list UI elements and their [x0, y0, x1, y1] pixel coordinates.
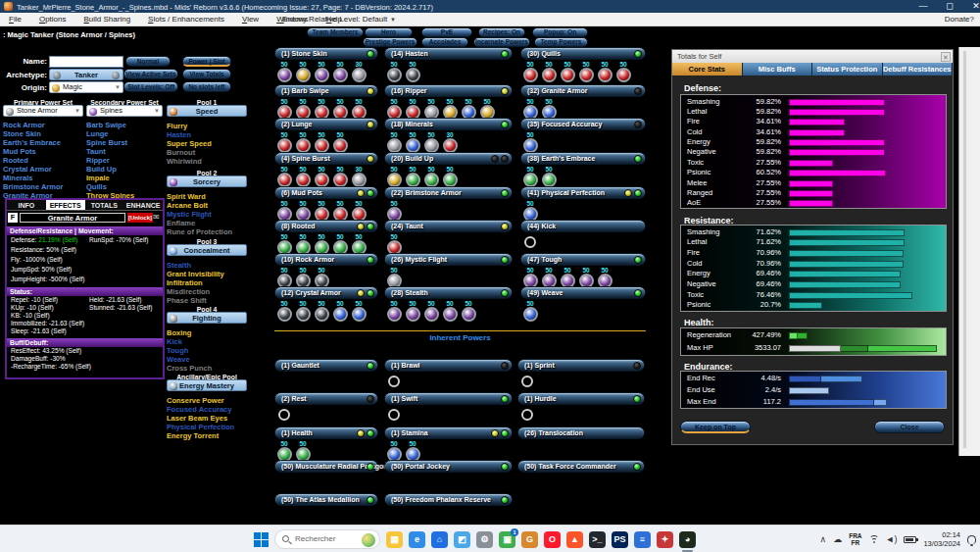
view-button-power-slot[interactable]: Power | Slot	[182, 56, 231, 67]
enhancement-slot[interactable]: 50	[522, 200, 538, 222]
pool-5-select[interactable]: Energy Mastery	[167, 379, 247, 391]
power-bar-gauntlet[interactable]: (1) Gauntlet	[274, 359, 378, 372]
pool-power-flurry[interactable]: Flurry	[167, 122, 187, 130]
pool-power-stealth[interactable]: Stealth	[167, 261, 191, 270]
enhancement-slot[interactable]	[519, 406, 535, 421]
store-icon[interactable]: ⌂	[431, 531, 448, 548]
game-icon[interactable]: ✦	[657, 531, 673, 548]
enhancement-slot[interactable]: 50	[295, 300, 311, 322]
power-bar-mud-pots[interactable]: (6) Mud Pots	[274, 186, 378, 199]
power-bar-spine-burst[interactable]: (4) Spine Burst	[274, 152, 378, 165]
tab-info[interactable]: INFO	[7, 200, 46, 210]
header-button-recipes-on[interactable]: Recipes: On	[478, 27, 525, 37]
keep-on-top-button[interactable]: Keep on Top	[680, 421, 751, 433]
secondary-set-select[interactable]: Spines▼	[86, 105, 163, 117]
enhancement-slot[interactable]: 50	[442, 300, 458, 322]
enhancement-slot[interactable]: 30	[351, 61, 367, 82]
power-bar-physical-perfection[interactable]: (41) Physical Perfection	[520, 186, 646, 199]
background-window-edge[interactable]	[958, 47, 980, 456]
enhancement-slot[interactable]: 50	[405, 166, 420, 187]
unlock-button[interactable]: [Unlock]	[127, 213, 153, 223]
totals-tab-status-protection[interactable]: Status Protection	[812, 63, 883, 75]
enhancement-slot[interactable]: 50	[522, 131, 538, 153]
power-bar-earth-s-embrace[interactable]: (38) Earth's Embrace	[520, 152, 646, 165]
power-bar-the-atlas-medallion[interactable]: (50) The Atlas Medallion	[274, 493, 378, 506]
enhancement-slot[interactable]: 50	[276, 200, 292, 222]
menu-item-file[interactable]: File	[0, 13, 30, 26]
pool-power-boxing[interactable]: Boxing	[167, 328, 191, 337]
volume-icon[interactable]: ◄)	[886, 534, 898, 544]
pool-power-super-speed[interactable]: Super Speed	[167, 139, 212, 148]
enhancement-slot[interactable]: 50	[442, 166, 458, 187]
enhancement-slot[interactable]: 50	[295, 166, 311, 187]
enhancement-slot[interactable]: 50	[461, 98, 476, 120]
enhancement-slot[interactable]: 50	[332, 200, 348, 222]
enhancement-slot[interactable]: 50	[522, 300, 538, 322]
secondary-power-build-up[interactable]: Build Up	[86, 165, 117, 174]
totals-titlebar[interactable]: Totals for Self	[672, 50, 953, 63]
enhancement-slot[interactable]: 50	[386, 300, 402, 322]
enhancement-slot[interactable]: 50	[332, 61, 348, 82]
tab-totals[interactable]: TOTALS	[85, 200, 124, 210]
enhancement-slot[interactable]: 50	[522, 61, 538, 82]
power-bar-hurdle[interactable]: (1) Hurdle	[517, 392, 645, 405]
pool-power-weave[interactable]: Weave	[167, 355, 190, 364]
enhancement-slot[interactable]: 50	[276, 166, 292, 187]
terminal-icon[interactable]: >_	[589, 531, 606, 548]
pool-2-select[interactable]: Sorcery	[167, 176, 247, 187]
pool-power-energy-torrent[interactable]: Energy Torrent	[167, 431, 219, 440]
enhancement-slot[interactable]	[386, 406, 402, 421]
enhancement-slot[interactable]: 50	[615, 61, 631, 82]
power-bar-barb-swipe[interactable]: (1) Barb Swipe	[274, 84, 378, 97]
power-bar-rooted[interactable]: (8) Rooted	[274, 220, 378, 232]
enhancement-slot[interactable]: 50	[332, 300, 348, 322]
pool-3-select[interactable]: Concealment	[167, 244, 247, 256]
view-button-view-totals[interactable]: View Totals	[182, 69, 231, 79]
battery-icon[interactable]	[904, 536, 916, 543]
power-bar-weave[interactable]: (49) Weave	[520, 286, 646, 299]
gimp-icon[interactable]: G	[521, 531, 538, 548]
enhancement-slot[interactable]	[386, 373, 402, 387]
enhancement-slot[interactable]: 50	[351, 200, 367, 222]
totals-close-bottom-button[interactable]: Close	[874, 421, 945, 433]
power-bar-stamina[interactable]: (1) Stamina	[384, 427, 513, 439]
pool-power-cross-punch[interactable]: Cross Punch	[167, 364, 212, 373]
power-bar-swift[interactable]: (1) Swift	[384, 392, 513, 405]
name-input[interactable]	[49, 56, 123, 68]
secondary-power-spine-burst[interactable]: Spine Burst	[86, 138, 127, 147]
enhancement-slot[interactable]: 50	[276, 61, 292, 82]
enhancement-slot[interactable]: 50	[351, 98, 367, 120]
power-bar-granite-armor[interactable]: (32) Granite Armor	[520, 84, 646, 97]
enhancement-slot[interactable]: 50	[423, 98, 439, 120]
power-bar-hasten[interactable]: (14) Hasten	[384, 47, 513, 60]
view-button-view-active-sets[interactable]: View Active Sets	[123, 69, 178, 79]
enhancement-slot[interactable]: 50	[541, 267, 557, 288]
power-bar-portal-jockey[interactable]: (50) Portal Jockey	[384, 460, 513, 473]
enemy-relative-level-dropdown[interactable]: Enemy Relative Level: Default	[282, 13, 387, 26]
power-bar-crystal-armor[interactable]: (12) Crystal Armor	[274, 286, 378, 299]
enhancement-slot[interactable]: 50	[351, 233, 367, 255]
enhancement-slot[interactable]: 30	[351, 166, 367, 187]
enhancement-slot[interactable]: 50	[405, 98, 420, 120]
enhancement-slot[interactable]: 50	[541, 98, 557, 120]
pool-power-tough[interactable]: Tough	[167, 346, 188, 355]
pool-power-mystic-flight[interactable]: Mystic Flight	[167, 210, 212, 219]
enhancement-slot[interactable]: 50	[597, 267, 612, 288]
enhancement-slot[interactable]: 50	[314, 166, 329, 187]
enhancement-slot[interactable]: 50	[522, 166, 538, 187]
enhancement-slot[interactable]: 50	[541, 166, 557, 187]
totals-close-button[interactable]: ✕	[941, 52, 951, 62]
power-bar-sprint[interactable]: (1) Sprint	[517, 359, 645, 372]
enhancement-slot[interactable]: 50	[295, 200, 311, 222]
stack-icon[interactable]: ≡	[634, 531, 651, 548]
pool-power-grant-invisibility[interactable]: Grant Invisibility	[167, 270, 224, 278]
totals-tab-core-stats[interactable]: Core Stats	[672, 63, 743, 75]
primary-power-mud-pots[interactable]: Mud Pots	[3, 147, 36, 156]
power-bar-tough[interactable]: (47) Tough	[520, 253, 646, 266]
enhancement-slot[interactable]: 50	[597, 61, 612, 82]
effects-f-button[interactable]: F	[8, 213, 18, 223]
enhancement-slot[interactable]	[519, 373, 535, 387]
pool-power-phase-shift[interactable]: Phase Shift	[167, 296, 207, 305]
pool-power-focused-accuracy[interactable]: Focused Accuracy	[167, 405, 231, 414]
archetype-select[interactable]: Tanker	[49, 69, 123, 80]
